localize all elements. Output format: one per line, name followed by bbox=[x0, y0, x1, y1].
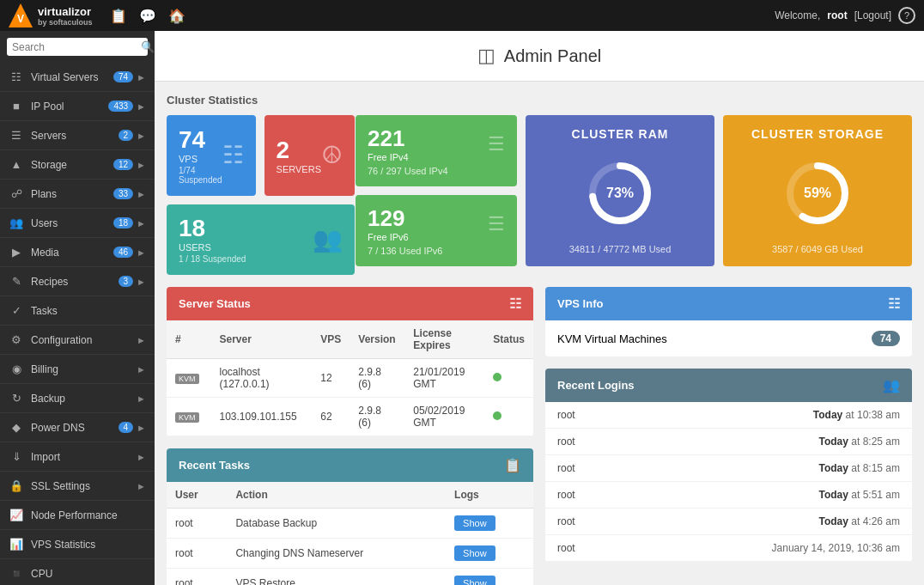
tasks-table: User Action Logs root Database Backup Sh… bbox=[167, 482, 533, 585]
show-button[interactable]: Show bbox=[454, 545, 495, 561]
row-version: 2.9.8 (6) bbox=[350, 398, 404, 436]
sidebar-item-configuration[interactable]: ⚙ Configuration ► bbox=[0, 326, 155, 355]
vps-info-row: KVM Virtual Machines 74 bbox=[545, 320, 912, 356]
recipes-badge: 3 bbox=[119, 276, 134, 287]
search-icon[interactable]: 🔍 bbox=[141, 40, 155, 53]
free-ipv4-count: 221 bbox=[368, 125, 409, 152]
logins-icon: 👥 bbox=[883, 377, 900, 393]
cluster-storage-card: CLUSTER STORAGE 59% 3587 / 6049 GB Used bbox=[723, 115, 912, 266]
sidebar-item-recipes[interactable]: ✎ Recipes 3 ► bbox=[0, 267, 155, 296]
used-ipv4: 76 / 297 Used IPv4 bbox=[368, 166, 448, 176]
sidebar-item-plans[interactable]: ☍ Plans 33 ► bbox=[0, 180, 155, 209]
recent-logins-header: Recent Logins 👥 bbox=[545, 369, 912, 402]
row-license: 05/02/2019 GMT bbox=[404, 398, 484, 436]
sidebar-item-ip-pool[interactable]: ■ IP Pool 433 ► bbox=[0, 92, 155, 121]
sidebar-item-users[interactable]: 👥 Users 18 ► bbox=[0, 209, 155, 238]
vps-info-count: 74 bbox=[872, 331, 900, 346]
sidebar-item-media[interactable]: ▶ Media 46 ► bbox=[0, 238, 155, 267]
sidebar-item-power-dns[interactable]: ◆ Power DNS 4 ► bbox=[0, 413, 155, 442]
show-button[interactable]: Show bbox=[454, 515, 495, 531]
page-title: Admin Panel bbox=[504, 46, 601, 66]
ipv4-lines-icon: ☰ bbox=[488, 133, 505, 155]
chevron-icon: ► bbox=[137, 481, 146, 491]
plans-badge: 33 bbox=[113, 188, 133, 199]
storage-title: CLUSTER STORAGE bbox=[751, 127, 884, 141]
row-vps: 62 bbox=[312, 398, 350, 436]
vps-stats-icon: 📊 bbox=[9, 538, 24, 551]
show-button[interactable]: Show bbox=[454, 576, 495, 585]
task-col-logs: Logs bbox=[446, 482, 533, 509]
chevron-icon: ► bbox=[137, 277, 146, 287]
sidebar-item-vps-statistics[interactable]: 📊 VPS Statistics bbox=[0, 530, 155, 559]
row-license: 21/01/2019 GMT bbox=[404, 359, 484, 398]
help-icon[interactable]: ? bbox=[898, 7, 915, 24]
sidebar-item-virtual-servers[interactable]: ☷ Virtual Servers 74 ► bbox=[0, 63, 155, 92]
sidebar-label: Node Performance bbox=[31, 509, 146, 521]
cluster-stats-title: Cluster Statistics bbox=[167, 94, 912, 107]
sidebar-item-import[interactable]: ⇓ Import ► bbox=[0, 442, 155, 472]
sidebar-label: Tasks bbox=[31, 305, 146, 317]
storage-badge: 12 bbox=[113, 159, 133, 170]
logo-name: virtualizor bbox=[38, 5, 93, 18]
sidebar-label: Media bbox=[31, 247, 113, 259]
sidebar-label: Power DNS bbox=[31, 422, 119, 434]
sidebar-label: Backup bbox=[31, 393, 137, 405]
import-icon: ⇓ bbox=[9, 450, 24, 463]
status-dot bbox=[493, 373, 502, 381]
sidebar-item-ssl-settings[interactable]: 🔒 SSL Settings ► bbox=[0, 472, 155, 501]
ipv4-stat-card: 221 Free IPv4 ☰ 76 / 297 Used IPv4 bbox=[356, 115, 517, 186]
task-col-user: User bbox=[167, 482, 227, 509]
row-vps: 12 bbox=[312, 359, 350, 398]
chevron-icon: ► bbox=[137, 393, 146, 404]
sidebar-item-node-performance[interactable]: 📈 Node Performance bbox=[0, 501, 155, 530]
chevron-icon: ► bbox=[137, 452, 146, 462]
sidebar-item-backup[interactable]: ↻ Backup ► bbox=[0, 384, 155, 413]
task-logs: Show bbox=[446, 539, 533, 569]
sidebar-item-tasks[interactable]: ✓ Tasks bbox=[0, 296, 155, 326]
col-server: Server bbox=[211, 320, 313, 359]
table-row: KVM 103.109.101.155 62 2.9.8 (6) 05/02/2… bbox=[167, 398, 533, 436]
page-header: ◫ Admin Panel bbox=[155, 31, 924, 82]
time-bold: Today bbox=[813, 409, 842, 421]
free-ipv6-label: Free IPv6 bbox=[368, 232, 409, 242]
login-time: January 14, 2019, 10:36 am bbox=[772, 542, 900, 554]
users-count: 18 bbox=[179, 215, 246, 242]
cpu-icon: ◾ bbox=[9, 567, 24, 580]
vps-label: VPS bbox=[179, 154, 222, 164]
sidebar-label: CPU bbox=[31, 568, 146, 580]
task-logs: Show bbox=[446, 569, 533, 586]
sidebar-item-cpu[interactable]: ◾ CPU bbox=[0, 559, 155, 585]
billing-icon: ◉ bbox=[9, 363, 24, 375]
storage-percent-text: 59% bbox=[804, 186, 831, 201]
clipboard-icon[interactable]: 📋 bbox=[110, 8, 127, 24]
row-server: localhost (127.0.0.1) bbox=[211, 359, 313, 398]
vps-count: 74 bbox=[179, 126, 222, 154]
search-input[interactable] bbox=[12, 41, 141, 53]
dns-badge: 4 bbox=[119, 422, 134, 433]
sidebar-label: Billing bbox=[31, 363, 137, 375]
admin-panel-icon: ◫ bbox=[477, 45, 495, 67]
chevron-icon: ► bbox=[137, 189, 146, 199]
perf-icon: 📈 bbox=[9, 509, 24, 521]
free-ipv4-label: Free IPv4 bbox=[368, 152, 409, 162]
chat-icon[interactable]: 💬 bbox=[139, 8, 156, 24]
sidebar-item-billing[interactable]: ◉ Billing ► bbox=[0, 355, 155, 384]
home-icon[interactable]: 🏠 bbox=[168, 8, 185, 24]
users-icon: 👥 bbox=[9, 216, 24, 229]
sidebar-search-container: 🔍 bbox=[0, 31, 155, 63]
servers-label: SERVERS bbox=[277, 164, 321, 174]
col-vps: VPS bbox=[312, 320, 350, 359]
login-row: root Today at 4:26 am bbox=[545, 509, 912, 535]
col-hash: # bbox=[167, 320, 211, 359]
recent-tasks-card: Recent Tasks 📋 User Action Logs bbox=[167, 448, 533, 585]
logout-link[interactable]: [Logout] bbox=[854, 9, 891, 21]
vps-icon: ☷ bbox=[222, 141, 244, 169]
sidebar-item-servers[interactable]: ☰ Servers 2 ► bbox=[0, 121, 155, 150]
login-time: Today at 4:26 am bbox=[819, 515, 901, 527]
right-column: VPS Info ☷ KVM Virtual Machines 74 Recen… bbox=[545, 287, 912, 585]
vps-info-label: KVM Virtual Machines bbox=[557, 332, 667, 345]
sidebar-item-storage[interactable]: ▲ Storage 12 ► bbox=[0, 150, 155, 180]
logo-sub: by softaculous bbox=[38, 18, 93, 27]
plans-icon: ☍ bbox=[9, 187, 24, 200]
login-row: root Today at 5:51 am bbox=[545, 482, 912, 509]
